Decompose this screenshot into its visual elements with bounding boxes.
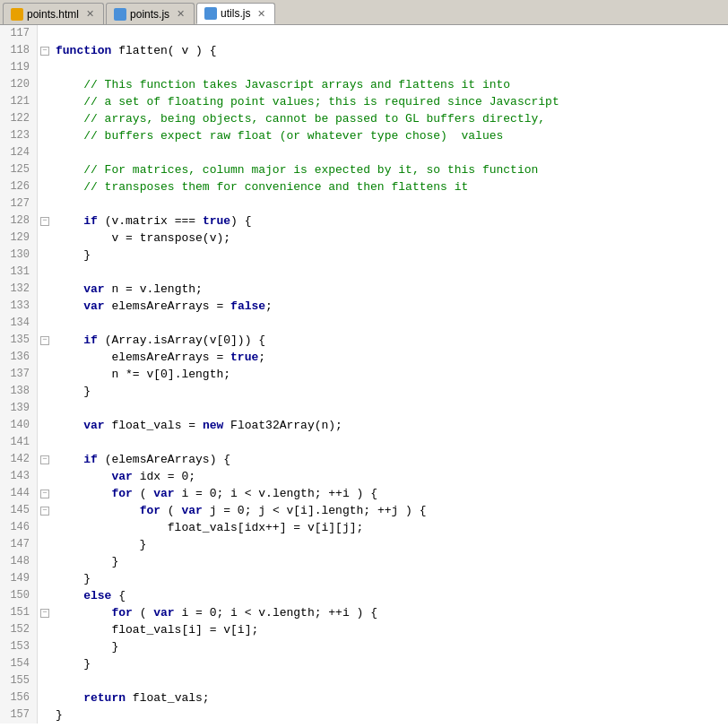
- code-text: [52, 144, 728, 161]
- code-line: 125 // For matrices, column major is exp…: [0, 161, 728, 178]
- fold-gutter: [38, 195, 52, 212]
- fold-box[interactable]: −: [40, 217, 49, 226]
- line-number: 151: [0, 604, 38, 621]
- code-line: 131: [0, 264, 728, 281]
- fold-box[interactable]: −: [40, 609, 49, 618]
- code-text: var float_vals = new Float32Array(n);: [52, 417, 728, 434]
- fold-gutter: [38, 93, 52, 110]
- line-number: 157: [0, 706, 38, 724]
- code-text: for ( var i = 0; i < v.length; ++i ) {: [52, 604, 728, 621]
- line-number: 123: [0, 127, 38, 144]
- line-number: 121: [0, 93, 38, 110]
- tab-close-points-js[interactable]: ✕: [174, 8, 186, 21]
- fold-gutter: [38, 110, 52, 127]
- fold-gutter: [38, 400, 52, 417]
- code-text: }: [52, 655, 728, 672]
- line-number: 152: [0, 621, 38, 638]
- line-number: 134: [0, 315, 38, 332]
- code-line: 123 // buffers expect raw float (or what…: [0, 127, 728, 144]
- code-text: [52, 59, 728, 76]
- code-text: }: [52, 553, 728, 570]
- line-number: 141: [0, 434, 38, 451]
- code-line: 133 var elemsAreArrays = false;: [0, 298, 728, 315]
- line-number: 156: [0, 689, 38, 706]
- line-number: 126: [0, 178, 38, 195]
- fold-box[interactable]: −: [40, 455, 49, 464]
- fold-gutter: [38, 655, 52, 672]
- fold-gutter[interactable]: −: [38, 332, 52, 349]
- code-text: elemsAreArrays = true;: [52, 349, 728, 366]
- fold-gutter: [38, 672, 52, 689]
- fold-gutter: [38, 247, 52, 264]
- code-line: 129 v = transpose(v);: [0, 230, 728, 247]
- line-number: 120: [0, 76, 38, 93]
- code-line: 153 }: [0, 638, 728, 655]
- line-number: 140: [0, 417, 38, 434]
- code-line: 149 }: [0, 570, 728, 587]
- code-text: n *= v[0].length;: [52, 366, 728, 383]
- code-text: float_vals[i] = v[i];: [52, 621, 728, 638]
- code-line: 138 }: [0, 383, 728, 400]
- code-text: }: [52, 570, 728, 587]
- line-number: 155: [0, 672, 38, 689]
- fold-box[interactable]: −: [40, 490, 49, 498]
- code-line: 147 }: [0, 536, 728, 553]
- html-file-icon: [11, 8, 23, 21]
- fold-gutter[interactable]: −: [38, 502, 52, 519]
- fold-gutter: [38, 127, 52, 144]
- fold-gutter: [38, 281, 52, 298]
- fold-gutter: [38, 25, 52, 42]
- code-editor[interactable]: 117118−function flatten( v ) {119120 // …: [0, 25, 728, 728]
- code-line: 151− for ( var i = 0; i < v.length; ++i …: [0, 604, 728, 621]
- line-number: 154: [0, 655, 38, 672]
- code-text: // arrays, being objects, cannot be pass…: [52, 110, 728, 127]
- code-line: 122 // arrays, being objects, cannot be …: [0, 110, 728, 127]
- code-text: if (Array.isArray(v[0])) {: [52, 332, 728, 349]
- fold-box[interactable]: −: [40, 336, 49, 345]
- tab-points-js[interactable]: points.js ✕: [106, 3, 195, 24]
- code-line: 145− for ( var j = 0; j < v[i].length; +…: [0, 502, 728, 519]
- line-number: 133: [0, 298, 38, 315]
- fold-gutter[interactable]: −: [38, 42, 52, 59]
- fold-gutter[interactable]: −: [38, 604, 52, 621]
- fold-gutter: [38, 417, 52, 434]
- line-number: 131: [0, 264, 38, 281]
- line-number: 138: [0, 383, 38, 400]
- code-text: // a set of floating point values; this …: [52, 93, 728, 110]
- fold-gutter: [38, 519, 52, 536]
- fold-gutter: [38, 178, 52, 195]
- tab-utils-js[interactable]: utils.js ✕: [196, 3, 275, 24]
- code-line: 124: [0, 144, 728, 161]
- fold-gutter: [38, 689, 52, 706]
- code-line: 142− if (elemsAreArrays) {: [0, 451, 728, 468]
- code-line: 120 // This function takes Javascript ar…: [0, 76, 728, 93]
- code-text: [52, 195, 728, 212]
- line-number: 149: [0, 570, 38, 587]
- code-text: for ( var j = 0; j < v[i].length; ++j ) …: [52, 502, 728, 519]
- tab-close-points-html[interactable]: ✕: [83, 8, 96, 21]
- code-text: }: [52, 536, 728, 553]
- fold-gutter: [38, 161, 52, 178]
- tab-points-html[interactable]: points.html ✕: [3, 3, 104, 24]
- fold-gutter[interactable]: −: [38, 451, 52, 468]
- editor-window: points.html ✕ points.js ✕ utils.js ✕ 117…: [0, 0, 728, 728]
- code-text: }: [52, 638, 728, 655]
- fold-gutter: [38, 366, 52, 383]
- fold-gutter[interactable]: −: [38, 212, 52, 230]
- code-text: [52, 434, 728, 451]
- fold-gutter: [38, 59, 52, 76]
- code-text: // For matrices, column major is expecte…: [52, 161, 728, 178]
- fold-gutter: [38, 570, 52, 587]
- tab-close-utils-js[interactable]: ✕: [255, 7, 267, 20]
- code-text: for ( var i = 0; i < v.length; ++i ) {: [52, 485, 728, 502]
- line-number: 132: [0, 281, 38, 298]
- code-line: 157}: [0, 706, 728, 724]
- fold-box[interactable]: −: [40, 47, 49, 56]
- code-line: 140 var float_vals = new Float32Array(n)…: [0, 417, 728, 434]
- code-line: 156 return float_vals;: [0, 689, 728, 706]
- line-number: 129: [0, 230, 38, 247]
- code-content-area[interactable]: 117118−function flatten( v ) {119120 // …: [0, 25, 728, 728]
- fold-box[interactable]: −: [40, 507, 49, 516]
- code-text: if (v.matrix === true) {: [52, 212, 728, 230]
- fold-gutter[interactable]: −: [38, 485, 52, 502]
